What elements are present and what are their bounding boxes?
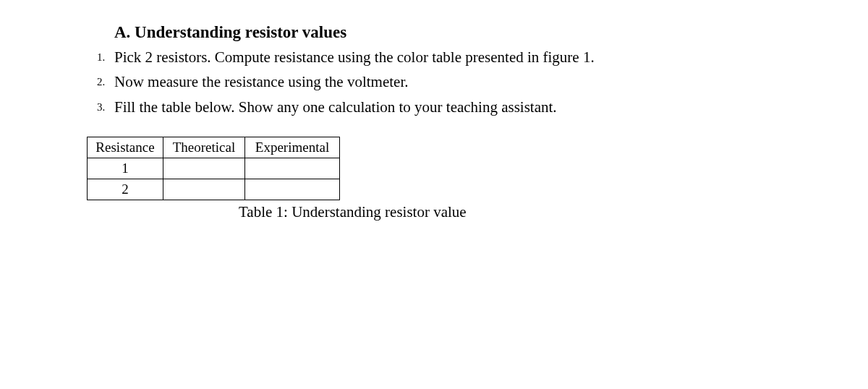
header-resistance: Resistance [88, 137, 163, 158]
header-experimental: Experimental [245, 137, 340, 158]
header-theoretical: Theoretical [163, 137, 245, 158]
step-item: Fill the table below. Show any one calcu… [114, 96, 781, 118]
section-title: A. Understanding resistor values [114, 23, 781, 42]
table-area: Resistance Theoretical Experimental 1 2 … [87, 137, 781, 221]
cell-experimental [245, 179, 340, 200]
table-caption: Table 1: Understanding resistor value [239, 203, 781, 221]
step-item: Now measure the resistance using the vol… [114, 71, 781, 93]
table-row: 2 [88, 179, 340, 200]
cell-experimental [245, 158, 340, 179]
cell-theoretical [163, 158, 245, 179]
cell-label: 1 [88, 158, 163, 179]
table-row: 1 [88, 158, 340, 179]
table-header-row: Resistance Theoretical Experimental [88, 137, 340, 158]
steps-list: Pick 2 resistors. Compute resistance usi… [87, 46, 781, 118]
document-content: A. Understanding resistor values Pick 2 … [0, 0, 868, 221]
cell-label: 2 [88, 179, 163, 200]
resistor-table: Resistance Theoretical Experimental 1 2 [87, 137, 340, 200]
step-item: Pick 2 resistors. Compute resistance usi… [114, 46, 781, 68]
cell-theoretical [163, 179, 245, 200]
